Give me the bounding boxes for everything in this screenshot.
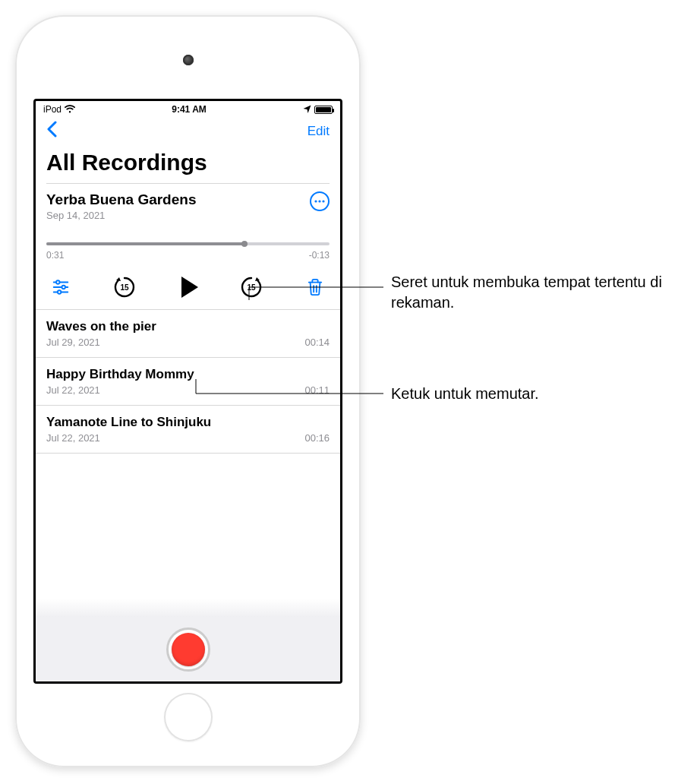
- edit-button[interactable]: Edit: [308, 124, 330, 139]
- recording-date: Sep 14, 2021: [46, 210, 196, 221]
- delete-button[interactable]: [302, 274, 328, 300]
- wifi-icon: [65, 105, 75, 115]
- svg-point-8: [58, 290, 61, 293]
- play-button[interactable]: [175, 274, 201, 300]
- battery-icon: [314, 106, 333, 114]
- back-button[interactable]: [46, 121, 57, 142]
- playback-scrubber[interactable]: 0:31 -0:13: [46, 242, 330, 261]
- remaining-time: -0:13: [309, 250, 330, 261]
- skip-forward-button[interactable]: 15: [238, 274, 264, 300]
- recordings-list: Waves on the pier Jul 29, 2021 00:14 Hap…: [36, 309, 340, 616]
- record-button[interactable]: [166, 628, 210, 672]
- skip-back-button[interactable]: 15: [112, 274, 137, 300]
- recording-date: Jul 22, 2021: [46, 384, 100, 396]
- clock-label: 9:41 AM: [172, 104, 207, 115]
- carrier-label: iPod: [43, 104, 62, 115]
- recording-title: Yerba Buena Gardens: [46, 191, 196, 208]
- recording-duration: 00:11: [304, 384, 330, 396]
- location-icon: [303, 105, 311, 115]
- playback-controls: 15 15: [46, 274, 330, 300]
- home-button[interactable]: [164, 693, 213, 741]
- svg-point-0: [314, 200, 317, 202]
- svg-point-1: [318, 200, 320, 202]
- device-frame: iPod 9:41 AM Edit All Recordings: [15, 15, 361, 767]
- front-camera: [183, 55, 194, 65]
- page-title: All Recordings: [36, 147, 340, 183]
- record-icon: [172, 633, 205, 666]
- recording-duration: 00:16: [304, 432, 330, 444]
- list-item[interactable]: Yamanote Line to Shinjuku Jul 22, 2021 0…: [36, 405, 340, 454]
- callout-scrubber: Seret untuk membuka tempat tertentu di r…: [391, 272, 687, 313]
- screen: iPod 9:41 AM Edit All Recordings: [33, 99, 342, 684]
- svg-text:15: 15: [248, 283, 257, 292]
- list-item[interactable]: Waves on the pier Jul 29, 2021 00:14: [36, 309, 340, 357]
- scrubber-handle[interactable]: [241, 241, 248, 247]
- record-toolbar: [36, 616, 340, 681]
- callout-play: Ketuk untuk memutar.: [391, 384, 539, 404]
- recording-date: Jul 22, 2021: [46, 432, 100, 444]
- svg-point-2: [322, 200, 324, 202]
- options-button[interactable]: [48, 274, 74, 300]
- more-button[interactable]: [310, 191, 330, 211]
- recording-date: Jul 29, 2021: [46, 337, 100, 348]
- elapsed-time: 0:31: [46, 250, 64, 261]
- svg-point-4: [56, 280, 59, 283]
- play-icon: [181, 277, 198, 298]
- nav-bar: Edit: [36, 116, 340, 147]
- status-bar: iPod 9:41 AM: [36, 101, 340, 116]
- recording-title: Yamanote Line to Shinjuku: [46, 415, 330, 430]
- svg-point-6: [62, 286, 65, 289]
- recording-duration: 00:14: [304, 337, 330, 348]
- expanded-recording: Yerba Buena Gardens Sep 14, 2021 0:31 -0…: [36, 184, 340, 309]
- svg-text:15: 15: [120, 283, 129, 292]
- list-item[interactable]: Happy Birthday Mommy Jul 22, 2021 00:11: [36, 357, 340, 405]
- recording-title: Happy Birthday Mommy: [46, 367, 330, 382]
- fade-overlay: [36, 599, 340, 617]
- recording-title: Waves on the pier: [46, 319, 330, 334]
